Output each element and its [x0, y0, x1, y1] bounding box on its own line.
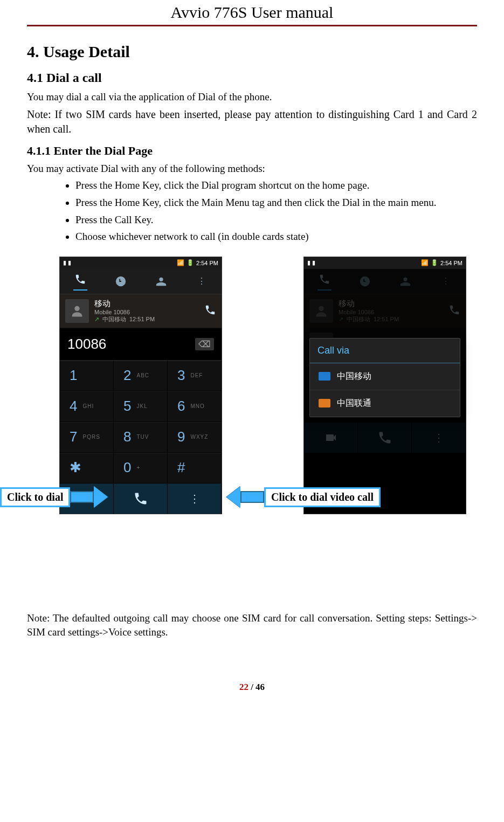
- key-2[interactable]: 2ABC: [114, 361, 168, 391]
- note-paragraph-bottom: Note: The defaulted outgoing call may ch…: [27, 611, 477, 639]
- contacts-tab[interactable]: [154, 274, 168, 288]
- subsection-heading: 4.1 Dial a call: [27, 71, 477, 85]
- dialpad-tab: [317, 272, 332, 291]
- phone-screenshot-callvia: ▮ ▮ 📶 🔋 2:54 PM ⋮: [303, 257, 466, 514]
- page-header-title: Avvio 776S User manual: [27, 0, 477, 25]
- page-total: 46: [256, 682, 265, 692]
- recent-tab: [358, 274, 372, 288]
- page-sep: /: [248, 682, 256, 692]
- call-icon[interactable]: [204, 304, 216, 318]
- header-divider: [27, 25, 477, 26]
- sim-option-label: 中国移动: [337, 371, 371, 382]
- sim-option-label: 中国联通: [337, 398, 371, 409]
- key-star[interactable]: ✱: [60, 453, 114, 483]
- video-call-button: [304, 423, 358, 453]
- paragraph: You may dial a call via the application …: [27, 91, 477, 104]
- contact-line: Mobile 10086: [94, 309, 130, 315]
- dial-number-display: 10086 ⌫: [60, 328, 222, 361]
- key-4[interactable]: 4GHI: [60, 391, 114, 422]
- contacts-tab: [398, 274, 412, 288]
- menu-icon[interactable]: ⋮: [195, 274, 209, 288]
- contact-line: Mobile 10086: [339, 309, 374, 315]
- status-left: ▮ ▮: [307, 259, 315, 266]
- recent-contact-row: 移动 Mobile 10086 ↗ 中国移动 12:51 PM: [304, 294, 466, 328]
- signal-icon: 📶: [421, 259, 429, 266]
- backspace-button[interactable]: ⌫: [195, 338, 214, 350]
- key-3[interactable]: 3DEF: [168, 361, 222, 391]
- outgoing-arrow-icon: ↗: [339, 316, 343, 323]
- sim-option-2[interactable]: 中国联通: [310, 390, 460, 417]
- key-7[interactable]: 7PQRS: [60, 422, 114, 453]
- subsubsection-heading: 4.1.1 Enter the Dial Page: [27, 144, 477, 158]
- list-item: Press the Home Key, click the Dial progr…: [75, 178, 477, 192]
- callout-label: Click to dial video call: [264, 487, 381, 507]
- callout-video-call: Click to dial video call: [226, 487, 381, 507]
- bullet-list: Press the Home Key, click the Dial progr…: [59, 178, 477, 244]
- key-hash[interactable]: #: [168, 453, 222, 483]
- call-time: 12:51 PM: [374, 316, 399, 322]
- list-item: Choose whichever network to call (in dou…: [75, 230, 477, 244]
- carrier-label: 中国移动: [102, 315, 126, 323]
- signal-icon: 📶: [177, 259, 184, 266]
- call-icon: [448, 304, 460, 318]
- arrow-right-icon: [70, 490, 108, 504]
- intro-paragraph: You may activate Dial with any of the fo…: [27, 162, 477, 176]
- menu-icon: ⋮: [439, 274, 453, 288]
- call-time: 12:51 PM: [129, 316, 155, 322]
- avatar-icon: [65, 299, 89, 323]
- key-1[interactable]: 1: [60, 361, 114, 391]
- key-0[interactable]: 0+: [114, 453, 168, 483]
- battery-icon: 🔋: [187, 259, 194, 266]
- status-time: 2:54 PM: [196, 260, 218, 266]
- key-6[interactable]: 6MNO: [168, 391, 222, 422]
- sim-chip-icon: [319, 399, 330, 407]
- svg-point-0: [74, 306, 79, 311]
- keypad: 1 2ABC 3DEF 4GHI 5JKL 6MNO 7PQRS 8TUV 9W…: [60, 361, 222, 483]
- page-number: 22 / 46: [27, 682, 477, 693]
- recent-tab[interactable]: [114, 274, 128, 288]
- key-5[interactable]: 5JKL: [114, 391, 168, 422]
- dial-button[interactable]: [114, 483, 168, 514]
- status-left: ▮ ▮: [63, 259, 71, 266]
- dialer-tabs: ⋮: [304, 269, 466, 294]
- dialed-number: 10086: [67, 336, 106, 353]
- status-time: 2:54 PM: [440, 260, 462, 266]
- dialpad-tab[interactable]: [73, 272, 87, 291]
- dialog-title: Call via: [310, 339, 460, 363]
- callout-dial: Click to dial: [0, 487, 108, 507]
- callout-label: Click to dial: [0, 487, 70, 507]
- section-heading: 4. Usage Detail: [27, 43, 477, 61]
- recent-contact-row[interactable]: 移动 Mobile 10086 ↗ 中国移动 12:51 PM: [60, 294, 222, 328]
- sim-chip-icon: [319, 372, 330, 381]
- carrier-label: 中国移动: [347, 315, 370, 323]
- more-options-button: ⋮: [412, 423, 466, 453]
- key-8[interactable]: 8TUV: [114, 422, 168, 453]
- contact-name: 移动: [339, 299, 443, 309]
- arrow-left-icon: [226, 490, 264, 504]
- avatar-icon: [309, 299, 333, 323]
- screenshot-row: ▮ ▮ 📶 🔋 2:54 PM ⋮: [59, 257, 466, 514]
- list-item: Press the Call Key.: [75, 213, 477, 227]
- key-9[interactable]: 9WXYZ: [168, 422, 222, 453]
- more-options-button[interactable]: ⋮: [168, 483, 222, 514]
- phone-screenshot-dialpad: ▮ ▮ 📶 🔋 2:54 PM ⋮: [59, 257, 222, 514]
- page-current: 22: [239, 682, 248, 692]
- contact-name: 移动: [94, 299, 199, 309]
- dialer-tabs: ⋮: [60, 269, 222, 294]
- note-paragraph: Note: If two SIM cards have been inserte…: [27, 107, 477, 136]
- status-bar: ▮ ▮ 📶 🔋 2:54 PM: [304, 257, 466, 269]
- dial-button: [358, 423, 412, 453]
- call-via-dialog: Call via 中国移动 中国联通: [309, 338, 460, 417]
- status-bar: ▮ ▮ 📶 🔋 2:54 PM: [60, 257, 222, 269]
- sim-option-1[interactable]: 中国移动: [310, 363, 460, 390]
- call-action-bar: ⋮: [304, 423, 466, 453]
- svg-point-1: [319, 306, 323, 311]
- list-item: Press the Home Key, click the Main Menu …: [75, 196, 477, 210]
- battery-icon: 🔋: [431, 259, 438, 266]
- outgoing-arrow-icon: ↗: [94, 316, 99, 323]
